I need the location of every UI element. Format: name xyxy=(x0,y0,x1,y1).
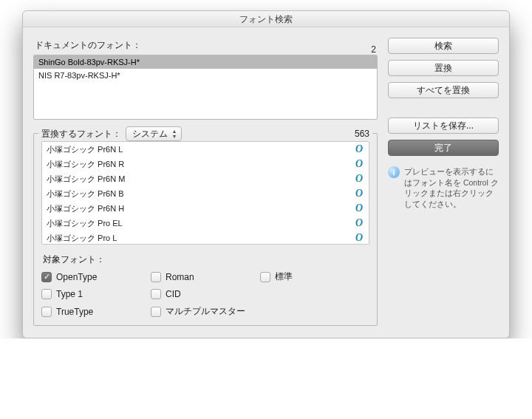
replacement-group: 置換するフォント： システム ▲▼ 563 小塚ゴシック Pr6N LO小塚ゴシ… xyxy=(33,133,378,326)
done-button[interactable]: 完了 xyxy=(388,140,499,156)
list-item[interactable]: 小塚ゴシック Pr6N RO xyxy=(42,157,369,171)
replace-button[interactable]: 置換 xyxy=(388,60,499,76)
list-item[interactable]: 小塚ゴシック Pro LO xyxy=(42,231,369,245)
checkbox-label: CID xyxy=(166,289,181,299)
checkbox-box xyxy=(151,289,161,299)
list-item[interactable]: 小塚ゴシック Pro ELO xyxy=(42,216,369,231)
list-item[interactable]: NIS R7-83pv-RKSJ-H* xyxy=(34,69,377,82)
source-select-value: システム xyxy=(132,128,168,140)
font-name: 小塚ゴシック Pr6N B xyxy=(47,188,124,200)
checkbox-標準[interactable]: 標準 xyxy=(260,270,369,283)
checkbox-box xyxy=(151,272,161,282)
checkbox-box xyxy=(41,307,52,317)
checkbox-box xyxy=(260,272,270,282)
document-fonts-label: ドキュメントのフォント： xyxy=(35,39,141,52)
checkbox-roman[interactable]: Roman xyxy=(151,270,260,283)
replacement-fonts-list[interactable]: 小塚ゴシック Pr6N LO小塚ゴシック Pr6N RO小塚ゴシック Pr6N … xyxy=(41,141,369,245)
opentype-icon: O xyxy=(355,143,363,155)
font-name: 小塚ゴシック Pr6N L xyxy=(47,144,123,155)
checkbox-label: OpenType xyxy=(56,272,97,282)
opentype-icon: O xyxy=(355,173,363,185)
checkbox-label: Type 1 xyxy=(56,289,83,299)
font-name: 小塚ゴシック Pr6N R xyxy=(47,159,124,170)
info-note: i プレビューを表示するにはフォント名を Control クリックまたは右クリッ… xyxy=(388,166,499,210)
list-item[interactable]: 小塚ゴシック Pr6N MO xyxy=(42,171,369,186)
list-item[interactable]: 小塚ゴシック Pr6N BO xyxy=(42,186,369,201)
checkbox-label: Roman xyxy=(166,272,194,282)
font-name: 小塚ゴシック Pro EL xyxy=(47,218,123,229)
target-fonts-checks: ✓OpenTypeRoman標準Type 1CIDTrueTypeマルチプルマス… xyxy=(41,270,369,318)
font-name: 小塚ゴシック Pro L xyxy=(47,233,117,244)
list-item[interactable]: 小塚ゴシック Pr6N LO xyxy=(42,142,369,157)
opentype-icon: O xyxy=(355,202,363,214)
opentype-icon: O xyxy=(355,158,363,170)
find-button[interactable]: 検索 xyxy=(388,38,499,54)
checkbox-label: 標準 xyxy=(275,270,293,283)
target-fonts-label: 対象フォント： xyxy=(43,253,369,266)
checkbox-マルチプルマスター[interactable]: マルチプルマスター xyxy=(151,305,260,318)
font-name: 小塚ゴシック Pr6N M xyxy=(47,174,125,185)
font-name: 小塚ゴシック Pr6N H xyxy=(47,203,124,214)
opentype-icon: O xyxy=(355,232,363,244)
info-icon: i xyxy=(388,166,400,178)
replace-all-button[interactable]: すべてを置換 xyxy=(388,82,499,98)
checkbox-truetype[interactable]: TrueType xyxy=(41,305,151,318)
info-text: プレビューを表示するにはフォント名を Control クリックまたは右クリックし… xyxy=(404,166,499,210)
checkbox-label: TrueType xyxy=(56,307,93,317)
opentype-icon: O xyxy=(355,188,363,200)
checkbox-box xyxy=(151,307,161,317)
opentype-icon: O xyxy=(355,217,363,229)
checkbox-type-1[interactable]: Type 1 xyxy=(41,289,151,299)
checkbox-cid[interactable]: CID xyxy=(151,289,260,299)
save-list-button[interactable]: リストを保存... xyxy=(388,117,499,134)
list-item[interactable]: 小塚ゴシック Pr6N HO xyxy=(42,201,369,216)
replacement-count: 563 xyxy=(355,129,369,139)
replacement-legend: 置換するフォント： xyxy=(41,128,121,140)
document-fonts-count: 2 xyxy=(371,44,376,55)
source-select[interactable]: システム ▲▼ xyxy=(126,126,182,141)
chevron-updown-icon: ▲▼ xyxy=(169,127,180,140)
font-search-dialog: フォント検索 ドキュメントのフォント： 2 ShinGo Bold-83pv-R… xyxy=(22,10,510,338)
checkbox-opentype[interactable]: ✓OpenType xyxy=(41,270,151,283)
list-item[interactable]: ShinGo Bold-83pv-RKSJ-H* xyxy=(34,55,377,69)
checkbox-box: ✓ xyxy=(41,272,52,282)
checkbox-box xyxy=(41,289,52,299)
document-fonts-list[interactable]: ShinGo Bold-83pv-RKSJ-H*NIS R7-83pv-RKSJ… xyxy=(33,55,378,120)
window-title: フォント検索 xyxy=(23,11,509,27)
checkbox-label: マルチプルマスター xyxy=(166,305,245,318)
